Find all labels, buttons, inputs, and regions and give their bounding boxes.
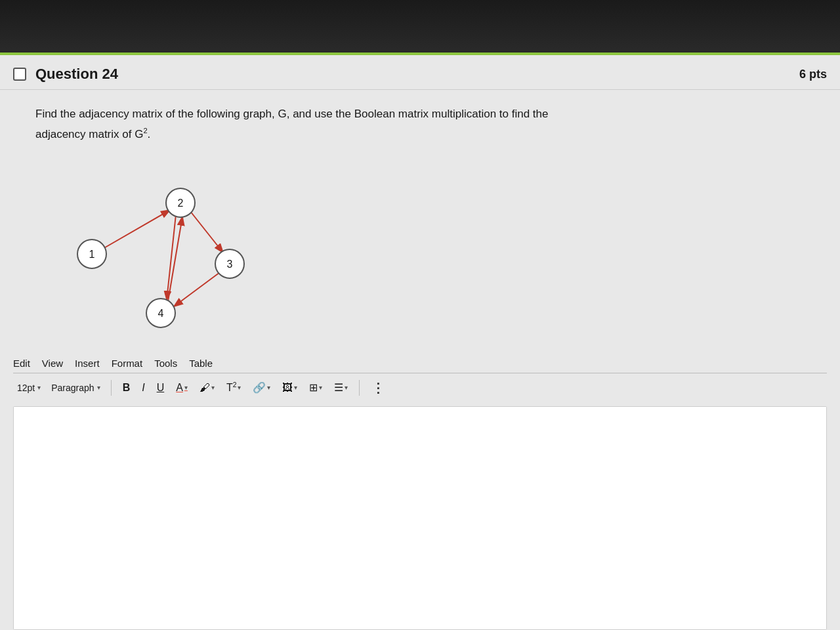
question-checkbox[interactable] xyxy=(13,68,26,81)
edge-4-2 xyxy=(168,217,182,301)
question-title: Question 24 xyxy=(35,66,799,83)
paragraph-label: Paragraph xyxy=(51,383,94,393)
menu-tools[interactable]: Tools xyxy=(154,358,177,369)
underline-button[interactable]: U xyxy=(152,379,169,396)
font-color-group: A ▾ xyxy=(171,379,192,396)
font-color-chevron: ▾ xyxy=(184,384,188,391)
paragraph-chevron: ▾ xyxy=(97,384,100,391)
graph-area: 1 2 3 4 xyxy=(0,156,840,352)
toolbar-section: Edit View Insert Format Tools Table 12pt… xyxy=(0,352,840,402)
font-color-button[interactable]: A ▾ xyxy=(171,379,192,396)
italic-button[interactable]: I xyxy=(137,379,149,396)
menu-insert[interactable]: Insert xyxy=(75,358,100,369)
font-size-chevron: ▾ xyxy=(37,384,41,391)
menu-table[interactable]: Table xyxy=(189,358,213,369)
link-button[interactable]: 🔗 ▾ xyxy=(248,379,275,396)
list-button[interactable]: ☰ ▾ xyxy=(329,379,352,396)
graph-svg: 1 2 3 4 xyxy=(39,162,289,346)
more-options-button[interactable]: ⋮ xyxy=(366,377,390,398)
image-button[interactable]: 🖼 ▾ xyxy=(278,379,302,396)
separator-2 xyxy=(359,380,360,396)
font-size-dropdown[interactable]: 12pt ▾ xyxy=(13,380,45,396)
node-4-label: 4 xyxy=(158,308,164,319)
main-content: Question 24 6 pts Find the adjacency mat… xyxy=(0,55,840,630)
image-chevron: ▾ xyxy=(294,384,297,391)
menu-edit[interactable]: Edit xyxy=(13,358,30,369)
superscript-button[interactable]: T2 ▾ xyxy=(222,379,246,396)
paragraph-dropdown[interactable]: Paragraph ▾ xyxy=(47,380,104,396)
edge-1-2 xyxy=(102,210,170,249)
menu-view[interactable]: View xyxy=(42,358,63,369)
separator-1 xyxy=(111,380,112,396)
edge-3-4 xyxy=(174,272,220,306)
list-chevron: ▾ xyxy=(345,384,348,391)
formatting-bar: 12pt ▾ Paragraph ▾ B I U xyxy=(13,373,827,402)
edge-2-3 xyxy=(190,211,223,253)
node-2-label: 2 xyxy=(178,198,184,209)
menu-bar: Edit View Insert Format Tools Table xyxy=(13,352,827,373)
question-points: 6 pts xyxy=(799,68,827,81)
font-size-value: 12pt xyxy=(17,383,35,393)
question-text-line2: adjacency matrix of G2. xyxy=(35,125,824,142)
table-button[interactable]: ⊞ ▾ xyxy=(304,379,327,396)
camera-bar xyxy=(0,0,840,52)
question-header: Question 24 6 pts xyxy=(0,55,840,90)
node-3-label: 3 xyxy=(227,259,233,270)
menu-format[interactable]: Format xyxy=(112,358,143,369)
answer-area-wrapper[interactable] xyxy=(13,406,827,630)
bold-button[interactable]: B xyxy=(118,379,135,396)
question-body: Find the adjacency matrix of the followi… xyxy=(0,90,840,156)
highlight-button[interactable]: 🖌 ▾ xyxy=(195,379,219,396)
node-1-label: 1 xyxy=(89,249,95,260)
highlight-chevron: ▾ xyxy=(211,384,215,391)
table-chevron: ▾ xyxy=(319,384,322,391)
answer-textarea[interactable] xyxy=(14,407,826,629)
edge-2-4 xyxy=(167,215,176,300)
link-chevron: ▾ xyxy=(267,384,270,391)
superscript-chevron: ▾ xyxy=(238,384,241,391)
question-text-line1: Find the adjacency matrix of the followi… xyxy=(35,106,824,123)
